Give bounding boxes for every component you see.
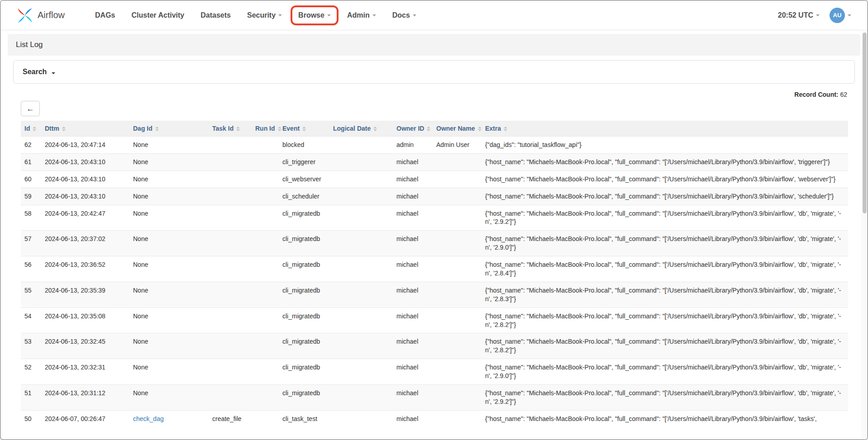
nav-item-admin[interactable]: Admin [341,7,382,24]
cell-owner_id: michael [393,256,433,282]
cell-dag_id: None [129,153,209,170]
cell-logical_date [329,333,393,359]
column-label: Dag Id [133,125,153,132]
record-count-value: 62 [840,91,847,98]
cell-dag_id: None [129,385,209,411]
cell-id: 60 [21,170,41,188]
cell-logical_date [329,170,393,188]
search-dropdown[interactable]: Search [13,60,855,84]
cell-dag_id: None [129,188,209,205]
column-header-extra[interactable]: Extra [482,121,848,137]
cell-dttm: 2024-06-13, 20:32:45 [41,333,129,359]
chevron-down-icon [52,72,55,74]
cell-task_id [209,153,252,170]
sort-icon [373,127,377,131]
cell-dag_id: check_dag [129,410,209,427]
brand[interactable]: Airflow [16,6,65,24]
cell-run_id [252,333,279,359]
cell-owner_id: michael [393,170,433,188]
dag-link[interactable]: check_dag [133,415,164,422]
cell-dttm: 2024-06-13, 20:35:08 [41,308,129,333]
table-row: 502024-06-07, 00:26:47check_dagcreate_fi… [21,410,848,427]
cell-dttm: 2024-06-13, 20:37:02 [41,231,129,256]
column-header-logical-date[interactable]: Logical Date [329,121,393,137]
cell-owner_id: michael [393,153,433,170]
cell-id: 58 [21,205,41,231]
scrollbar-thumb[interactable] [863,33,867,213]
column-header-run-id[interactable]: Run Id [252,121,279,137]
cell-owner_name [433,205,482,231]
table-row: 572024-06-13, 20:37:02Nonecli_migratedbm… [21,231,848,256]
cell-id: 62 [21,137,41,154]
cell-extra: {"host_name": "Michaels-MacBook-Pro.loca… [482,410,848,427]
nav-item-label: Cluster Activity [131,11,184,19]
cell-event: cli_migratedb [279,385,329,411]
cell-owner_name [433,231,482,256]
cell-owner_name [433,308,482,333]
cell-event: cli_migratedb [279,282,329,308]
cell-dttm: 2024-06-13, 20:35:39 [41,282,129,308]
nav-item-docs[interactable]: Docs [386,7,422,24]
chevron-down-icon [848,14,851,16]
cell-id: 61 [21,153,41,170]
chevron-down-icon [327,14,331,16]
back-button[interactable]: ← [21,101,40,116]
cell-extra: {"host_name": "Michaels-MacBook-Pro.loca… [482,188,848,205]
cell-logical_date [329,205,393,231]
chevron-down-icon [413,14,416,16]
cell-task_id [209,282,252,308]
clock-menu[interactable]: 20:52 UTC [778,11,820,19]
column-label: Event [282,125,300,132]
column-header-dag-id[interactable]: Dag Id [129,121,209,137]
column-label: Logical Date [333,125,371,132]
cell-id: 54 [21,308,41,333]
cell-extra: {"host_name": "Michaels-MacBook-Pro.loca… [482,170,848,188]
cell-dttm: 2024-06-07, 00:26:47 [41,410,129,427]
cell-dttm: 2024-06-13, 20:31:12 [41,385,129,411]
sort-icon [155,127,159,131]
cell-dag_id: None [129,333,209,359]
column-header-event[interactable]: Event [279,121,329,137]
cell-task_id [209,170,252,188]
cell-run_id [252,231,279,256]
record-count-label: Record Count: [794,91,838,98]
cell-dttm: 2024-06-13, 20:43:10 [41,170,129,188]
cell-owner_id: admin [393,137,433,154]
column-header-id[interactable]: Id [21,121,41,137]
column-header-owner-id[interactable]: Owner ID [393,121,433,137]
cell-owner_name [433,153,482,170]
column-header-owner-name[interactable]: Owner Name [433,121,482,137]
cell-owner_id: michael [393,231,433,256]
cell-owner_id: michael [393,205,433,231]
cell-dttm: 2024-06-13, 20:42:47 [41,205,129,231]
cell-owner_id: michael [393,410,433,427]
column-header-dttm[interactable]: Dttm [41,121,129,137]
cell-event: cli_scheduler [279,188,329,205]
cell-owner_name [433,359,482,385]
cell-task_id [209,256,252,282]
nav-item-dags[interactable]: DAGs [89,7,121,24]
nav-item-security[interactable]: Security [241,7,288,24]
cell-id: 59 [21,188,41,205]
column-header-task-id[interactable]: Task Id [209,121,252,137]
user-menu[interactable]: AU [830,8,851,23]
cell-logical_date [329,308,393,333]
cell-task_id [209,231,252,256]
table-row: 562024-06-13, 20:36:52Nonecli_migratedbm… [21,256,848,282]
nav-item-cluster-activity[interactable]: Cluster Activity [125,7,190,24]
cell-dag_id: None [129,359,209,385]
cell-owner_name [433,385,482,411]
cell-owner_id: michael [393,282,433,308]
nav-item-label: Browse [298,11,324,19]
nav-item-datasets[interactable]: Datasets [195,7,237,24]
cell-extra: {"host_name": "Michaels-MacBook-Pro.loca… [482,385,848,411]
column-label: Extra [485,125,501,132]
cell-extra: {"host_name": "Michaels-MacBook-Pro.loca… [482,205,848,231]
cell-event: cli_migratedb [279,205,329,231]
cell-owner_id: michael [393,188,433,205]
nav-item-browse[interactable]: Browse [292,7,337,24]
column-label: Owner Name [436,125,475,132]
chevron-down-icon [278,14,282,16]
scrollbar[interactable] [861,31,868,440]
nav-item-label: Docs [392,11,410,19]
